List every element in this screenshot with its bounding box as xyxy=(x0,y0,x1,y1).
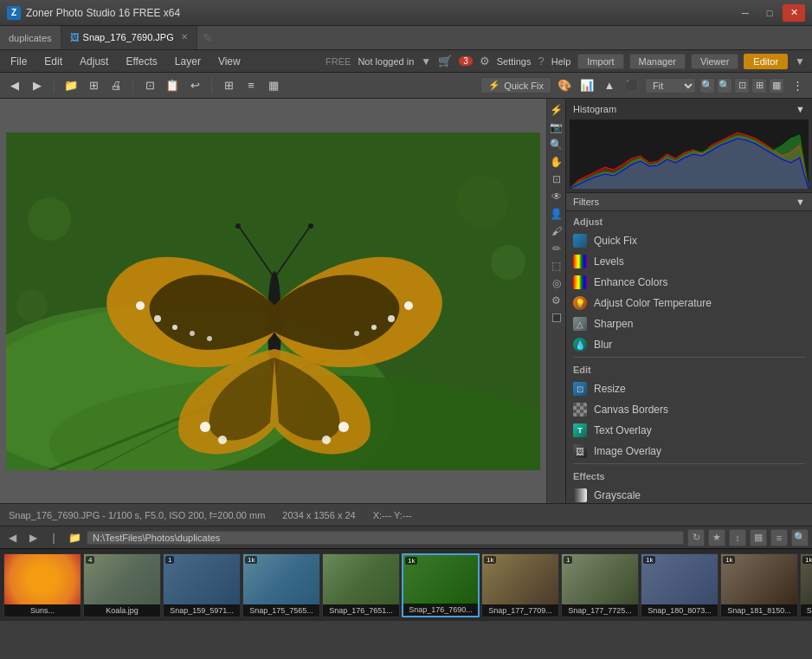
tab-snap[interactable]: 🖼 Snap_176_7690.JPG ✕ xyxy=(61,26,197,49)
thumb-snap175-label: Snap_175_7565... xyxy=(243,604,319,617)
zoom-fit-button[interactable]: ⊡ xyxy=(734,78,750,94)
filter-image-overlay[interactable]: 🖼 Image Overlay xyxy=(566,441,812,462)
path-input[interactable] xyxy=(87,531,684,545)
notification-badge[interactable]: 3 xyxy=(459,56,473,66)
copy-button[interactable]: ⊡ xyxy=(140,76,159,95)
filters-dropdown-icon[interactable]: ▼ xyxy=(796,197,805,207)
tool-brush[interactable]: 🖌 xyxy=(549,223,564,239)
search-button[interactable]: 🔍 xyxy=(791,529,809,546)
menu-edit[interactable]: Edit xyxy=(41,54,66,69)
more-zoom-button[interactable]: ▦ xyxy=(769,78,784,94)
tool-camera[interactable]: 📷 xyxy=(549,120,564,135)
thumb-snap159[interactable]: 1 Snap_159_5971... xyxy=(163,553,241,617)
grid-view-button[interactable]: ⊞ xyxy=(219,76,238,95)
help-label[interactable]: Help xyxy=(551,56,571,67)
tool-ring[interactable]: ◎ xyxy=(549,275,564,291)
tool-eye[interactable]: 👁 xyxy=(549,189,564,204)
more-options-icon[interactable]: ▼ xyxy=(795,55,805,68)
zoom-out-button[interactable]: 🔍 xyxy=(717,78,732,94)
tab-duplicates[interactable]: duplicates xyxy=(0,26,61,49)
view-mode-btn[interactable]: ≡ xyxy=(770,529,788,546)
tool-color[interactable] xyxy=(549,310,564,326)
forward-button[interactable]: ▶ xyxy=(28,76,47,95)
filter-blur[interactable]: 💧 Blur xyxy=(566,334,812,355)
filter-sharpen[interactable]: △ Sharpen xyxy=(566,313,812,334)
help-icon[interactable]: ? xyxy=(538,55,544,68)
print-button[interactable]: 🖨 xyxy=(106,76,126,95)
zoom-in-button[interactable]: 🔍 xyxy=(699,78,715,94)
zoom-select[interactable]: Fit 100% 200% 50% xyxy=(645,78,696,94)
thumb-snap175[interactable]: 1k Snap_175_7565... xyxy=(242,553,320,617)
tool-person[interactable]: 👤 xyxy=(549,206,564,222)
thumb-snap176690[interactable]: 1k Snap_176_7690... xyxy=(402,553,480,617)
thumb-snap177709[interactable]: 1k Snap_177_7709... xyxy=(481,553,559,617)
monitor-icon[interactable]: ⬛ xyxy=(622,76,641,95)
paste-button[interactable]: 📋 xyxy=(163,76,182,95)
tool-settings[interactable]: ⚙ xyxy=(549,293,564,308)
open-folder-button[interactable]: 📁 xyxy=(61,76,81,95)
close-button[interactable]: ✕ xyxy=(783,4,805,22)
filter-grayscale[interactable]: Grayscale xyxy=(566,485,812,503)
new-button[interactable]: ⊞ xyxy=(84,76,103,95)
quickfix-button[interactable]: ⚡ Quick Fix xyxy=(480,77,551,94)
manager-tab[interactable]: Manager xyxy=(629,54,686,69)
viewer-tab[interactable]: Viewer xyxy=(691,54,738,69)
filter-resize[interactable]: ⊡ Resize xyxy=(566,378,812,399)
thumb-snap177725[interactable]: 1 Snap_177_7725... xyxy=(561,553,639,617)
filter-color-temp[interactable]: 💡 Adjust Color Temperature xyxy=(566,293,812,313)
restore-button[interactable]: □ xyxy=(758,4,781,22)
menu-adjust[interactable]: Adjust xyxy=(76,54,112,69)
filter-enhance-colors[interactable]: Enhance Colors xyxy=(566,272,812,293)
folder-button[interactable]: 📁 xyxy=(66,529,83,546)
minimize-button[interactable]: ─ xyxy=(734,4,757,22)
editor-tab[interactable]: Editor xyxy=(744,54,788,69)
cart-icon[interactable]: 🛒 xyxy=(438,55,452,68)
thumb-snap181[interactable]: 1k Snap_181_8150... xyxy=(720,553,798,617)
histogram-dropdown-icon[interactable]: ▼ xyxy=(796,104,805,114)
settings-label[interactable]: Settings xyxy=(497,56,532,67)
extra-options-button[interactable]: ⋮ xyxy=(788,76,807,95)
thumb-snape163[interactable]: 1k Snap_E163_637... xyxy=(800,553,812,617)
thumb-snap180[interactable]: 1k Snap_180_8073... xyxy=(641,553,719,617)
list-view-button[interactable]: ≡ xyxy=(242,76,261,95)
import-tab[interactable]: Import xyxy=(577,54,623,69)
refresh-button[interactable]: ↻ xyxy=(687,529,705,546)
filter-quick-fix[interactable]: Quick Fix xyxy=(566,230,812,251)
tool-select[interactable]: ⬚ xyxy=(549,258,564,274)
tool-hand[interactable]: ✋ xyxy=(549,154,564,170)
color-picker-icon[interactable]: 🎨 xyxy=(555,76,574,95)
prev-button[interactable]: ◀ xyxy=(3,529,21,546)
menu-view[interactable]: View xyxy=(215,54,244,69)
foreground-color[interactable] xyxy=(552,313,561,322)
undo-button[interactable]: ↩ xyxy=(185,76,204,95)
triangle-icon[interactable]: ▲ xyxy=(600,76,619,95)
tool-crop[interactable]: ⊡ xyxy=(549,171,564,187)
filter-levels[interactable]: Levels xyxy=(566,251,812,272)
back-button[interactable]: ◀ xyxy=(5,76,24,95)
menu-effects[interactable]: Effects xyxy=(122,54,160,69)
filter-canvas-borders[interactable]: Canvas Borders xyxy=(566,399,812,420)
details-view-button[interactable]: ▦ xyxy=(264,76,283,95)
sort-button[interactable]: ↕ xyxy=(729,529,746,546)
navbar-right: FREE Not logged in ▼ 🛒 3 ⚙ Settings ? He… xyxy=(325,54,805,69)
thumb-koala[interactable]: 4 Koala.jpg xyxy=(83,553,161,617)
thumb-snap176690-label: Snap_176_7690... xyxy=(403,604,478,616)
histogram-icon[interactable]: 📊 xyxy=(577,76,596,95)
dropdown-icon[interactable]: ▼ xyxy=(421,55,431,68)
tool-magnify[interactable]: 🔍 xyxy=(549,137,564,152)
next-button[interactable]: ▶ xyxy=(24,529,42,546)
sharpen-icon: △ xyxy=(573,317,587,331)
menu-file[interactable]: File xyxy=(7,54,30,69)
filter-text-overlay[interactable]: T Text Overlay xyxy=(566,420,812,441)
zoom-actual-button[interactable]: ⊞ xyxy=(751,78,767,94)
thumb-snap176651[interactable]: Snap_176_7651... xyxy=(322,553,400,617)
filter-button[interactable]: ▦ xyxy=(750,529,767,546)
settings-gear-icon[interactable]: ⚙ xyxy=(480,55,490,68)
tab-close-icon[interactable]: ✕ xyxy=(181,32,188,42)
thumb-suns[interactable]: Suns... xyxy=(3,553,81,617)
tool-lightning[interactable]: ⚡ xyxy=(549,102,564,118)
enhance-colors-icon xyxy=(573,275,587,289)
tool-pen[interactable]: ✏ xyxy=(549,241,564,256)
menu-layer[interactable]: Layer xyxy=(171,54,204,69)
favorites-button[interactable]: ★ xyxy=(708,529,725,546)
